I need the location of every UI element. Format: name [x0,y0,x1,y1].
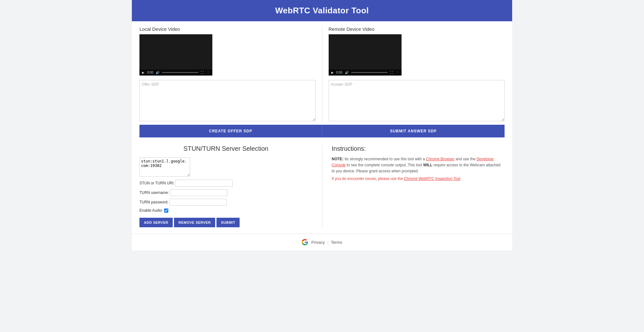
remote-video-panel: Remote Device Video ▶ 0:00 🔊 ⛶ ⋮ [322,26,505,122]
sdp-button-bar: CREATE OFFER SDP SUBMIT ANSWER SDP [139,125,505,137]
bottom-section: STUN/TURN Server Selection stun:stun1.l.… [139,137,505,234]
stun-action-buttons: ADD SERVER REMOVE SERVER SUBMIT [139,218,312,227]
local-play-button[interactable]: ▶ [142,71,145,74]
remote-fullscreen-icon[interactable]: ⛶ [390,71,393,74]
enable-audio-row: Enable Audio: [139,208,312,213]
turn-password-row: TURN password: [139,199,312,206]
page-title: WebRTC Validator Tool [275,6,369,15]
note-bold: NOTE: [332,157,344,161]
create-offer-sdp-button[interactable]: CREATE OFFER SDP [139,125,322,137]
google-logo-icon [302,239,308,245]
remote-video-label: Remote Device Video [329,26,505,32]
submit-answer-sdp-button[interactable]: SUBMIT ANSWER SDP [322,125,505,137]
issue-line: If you do encounter issues, please use t… [332,176,505,181]
local-video-panel: Local Device Video ▶ 0:00 🔊 ⛶ ⋮ [139,26,322,122]
local-progress-bar[interactable] [162,72,198,73]
local-video-wrapper: ▶ 0:00 🔊 ⛶ ⋮ [139,34,212,76]
submit-stun-button[interactable]: SUBMIT [216,218,240,227]
local-video-time: 0:00 [147,71,153,74]
remote-volume-icon[interactable]: 🔊 [345,71,349,74]
remote-progress-bar[interactable] [351,72,388,73]
answer-sdp-textarea[interactable] [329,80,505,121]
terms-link[interactable]: Terms [331,240,342,245]
add-server-button[interactable]: ADD SERVER [139,218,173,227]
privacy-link[interactable]: Privacy [311,240,325,245]
offer-sdp-textarea[interactable] [139,80,316,121]
local-volume-icon[interactable]: 🔊 [156,71,159,74]
stun-uri-label: STUN or TURN URI: [139,181,174,185]
note-text-1: Its strongly recommended to use this too… [344,157,426,161]
local-fullscreen-icon[interactable]: ⛶ [201,71,204,74]
stun-uri-row: STUN or TURN URI: [139,180,312,187]
turn-username-input[interactable] [170,189,227,196]
enable-audio-checkbox[interactable] [164,209,168,213]
stun-servers-list[interactable]: stun:stun1.l.google.com:19302 [139,157,190,176]
remote-video-time: 0:00 [336,71,342,74]
turn-password-label: TURN password: [139,200,168,204]
local-more-icon[interactable]: ⋮ [207,71,210,74]
issue-text: If you do encounter issues, please use t… [332,176,404,181]
remote-more-icon[interactable]: ⋮ [396,71,399,74]
local-video-label: Local Device Video [139,26,316,32]
turn-username-label: TURN username: [139,190,169,195]
stun-uri-input[interactable] [176,180,233,187]
instructions-title: Instructions: [332,145,505,152]
chrome-webrtc-link[interactable]: Chrome WebRTC Inspection Tool [404,176,460,181]
and-use-text: and use the [454,157,476,161]
remote-video-controls: ▶ 0:00 🔊 ⛶ ⋮ [329,70,402,76]
turn-password-input[interactable] [170,199,227,206]
remove-server-button[interactable]: REMOVE SERVER [174,218,215,227]
remote-video-wrapper: ▶ 0:00 🔊 ⛶ ⋮ [329,34,402,76]
enable-audio-label: Enable Audio: [139,208,163,213]
rest-text: to see the complete console output. This… [346,163,423,167]
turn-username-row: TURN username: [139,189,312,196]
footer-divider: | [327,240,328,245]
remote-play-button[interactable]: ▶ [331,71,334,74]
instructions-note: NOTE: Its strongly recommended to use th… [332,156,505,175]
stun-section-title: STUN/TURN Server Selection [139,145,312,152]
page-footer: Privacy | Terms [132,234,512,250]
page-header: WebRTC Validator Tool [132,0,512,21]
chrome-browser-link[interactable]: Chrome Browser [426,157,454,161]
footer-links: Privacy | Terms [311,240,342,245]
will-bold: WILL [423,163,432,167]
local-video-controls: ▶ 0:00 🔊 ⛶ ⋮ [139,70,212,76]
stun-turn-panel: STUN/TURN Server Selection stun:stun1.l.… [139,145,322,227]
instructions-panel: Instructions: NOTE: Its strongly recomme… [322,145,505,227]
